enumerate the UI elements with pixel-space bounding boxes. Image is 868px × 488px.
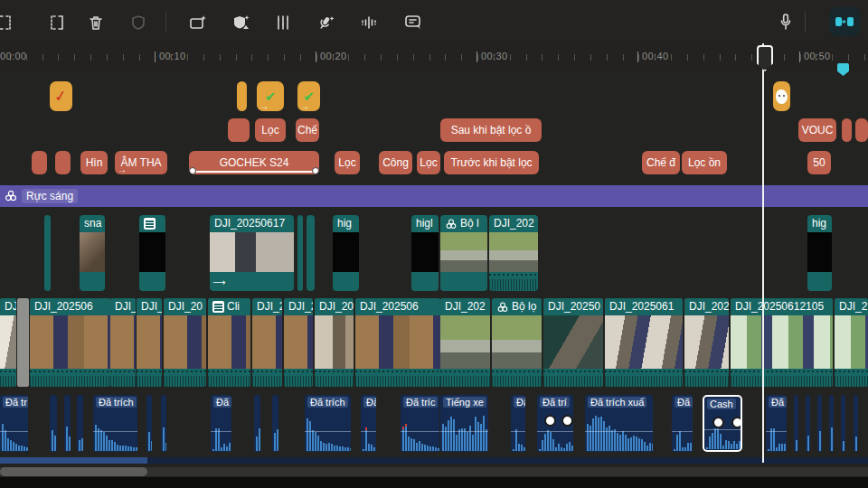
audio-clip[interactable] <box>161 395 166 452</box>
overlay-clip[interactable]: sna <box>80 215 105 291</box>
overlay-clip[interactable]: hig <box>333 215 359 291</box>
audio-clip[interactable] <box>854 395 858 452</box>
sticker-clip[interactable] <box>773 81 790 111</box>
text-clip[interactable]: Chế <box>296 118 319 142</box>
text-clip[interactable] <box>228 118 250 142</box>
audio-clip[interactable] <box>817 395 822 452</box>
video-clip[interactable]: DJI_20250 <box>543 298 603 387</box>
horizontal-scrollbar[interactable] <box>0 467 868 476</box>
audio-clip[interactable] <box>794 395 798 452</box>
video-clip[interactable]: DJI_202506 <box>30 298 110 387</box>
overlay-clip[interactable]: hig <box>807 215 832 291</box>
text-clip[interactable] <box>32 151 47 174</box>
audio-clip[interactable] <box>254 395 260 452</box>
audio-clip[interactable] <box>806 395 810 452</box>
video-clip[interactable]: DJI_ <box>110 298 136 387</box>
video-clip[interactable]: DJI_20 <box>164 298 206 387</box>
audio-clip[interactable] <box>829 395 834 452</box>
audio-clip[interactable]: Đã tr <box>0 395 28 452</box>
video-clip[interactable]: DJI_202 <box>684 298 729 387</box>
video-clip[interactable]: Bộ lọ <box>492 298 542 387</box>
audio-clip[interactable]: Cash <box>703 395 742 452</box>
audio-clip[interactable]: Đã trích <box>305 395 351 452</box>
video-clip[interactable]: DJI_2 <box>284 298 313 387</box>
keyframe-icon[interactable] <box>731 417 742 428</box>
text-clip[interactable]: ÂM THA→ <box>115 151 167 174</box>
video-clip[interactable]: DJI_2 <box>137 298 162 387</box>
scrollbar-thumb[interactable] <box>0 467 147 476</box>
text-clip[interactable]: Hìn <box>80 151 108 174</box>
text-clip[interactable]: Trước khi bật lọc <box>444 151 539 174</box>
timeline-ruler[interactable]: 00:0000:1000:2000:3000:4000:50 <box>0 43 868 72</box>
mask-icon[interactable] <box>128 13 148 33</box>
sticker-clip[interactable]: ✔→ <box>257 81 284 111</box>
trim-handle-left[interactable] <box>189 167 196 174</box>
audio-clip[interactable]: Đã <box>766 395 787 452</box>
text-clip[interactable]: VOUC <box>798 118 836 142</box>
overlay-template-icon[interactable] <box>188 13 208 33</box>
sticker-clip[interactable]: ✔→ <box>297 81 320 111</box>
text-clip[interactable]: Lọc <box>255 118 286 142</box>
audio-clip[interactable]: Đã trích xuấ <box>585 395 653 452</box>
video-clip[interactable]: DJI_20 <box>315 298 354 387</box>
video-clip[interactable]: DJ <box>0 298 16 387</box>
text-clip[interactable]: Lọc <box>335 151 360 174</box>
audio-clip[interactable] <box>50 395 57 452</box>
text-clip[interactable]: Công <box>379 151 412 174</box>
caption-icon[interactable] <box>403 13 423 33</box>
denoise-icon[interactable] <box>359 13 379 33</box>
text-clip[interactable]: GOCHEK S24 <box>189 151 319 174</box>
overlay-clip[interactable] <box>297 215 303 291</box>
effect-clip[interactable]: Rực sáng <box>0 185 868 207</box>
overlay-clip[interactable]: Bộ l <box>440 215 487 291</box>
audio-clip[interactable] <box>146 395 152 452</box>
sticker-clip[interactable]: ✓ <box>50 81 72 111</box>
overlay-clip[interactable]: DJI_20250617⟶ <box>210 215 294 291</box>
video-clip[interactable]: Cli <box>208 298 250 387</box>
overlay-clip[interactable] <box>139 215 165 291</box>
video-clip[interactable]: DJI_202 <box>440 298 490 387</box>
trim-handle-right[interactable] <box>312 167 319 174</box>
overlay-clip[interactable]: DJI_202 <box>489 215 538 291</box>
auto-reframe-button[interactable] <box>829 7 860 36</box>
text-clip[interactable]: Sau khi bật lọc ồ <box>440 118 542 142</box>
text-clip[interactable]: Lọc ồn <box>682 151 727 174</box>
audio-clip[interactable]: Tiếng xe <box>440 395 488 452</box>
smart-cutout-icon[interactable] <box>231 13 251 33</box>
audio-clip[interactable]: Đã <box>361 395 376 452</box>
video-clip[interactable]: DJI_20250612105 <box>731 298 833 387</box>
overlay-clip[interactable]: higl <box>411 215 439 291</box>
audio-clip[interactable] <box>77 395 83 452</box>
playhead-line[interactable] <box>762 43 764 463</box>
audio-clip[interactable] <box>64 395 71 452</box>
text-clip[interactable] <box>855 118 868 142</box>
adjust-icon[interactable] <box>273 13 293 33</box>
ai-voice-icon[interactable] <box>316 13 335 33</box>
split-right-icon[interactable] <box>47 13 67 33</box>
video-clip[interactable]: DJI_2025061 <box>605 298 683 387</box>
overlay-clip[interactable] <box>44 215 51 291</box>
audio-clip[interactable]: Đã trí <box>537 395 573 452</box>
video-clip[interactable]: DJI_202506 <box>355 298 440 387</box>
text-clip[interactable]: Chế đ <box>642 151 680 174</box>
overlay-clip[interactable] <box>307 215 315 291</box>
split-left-icon[interactable] <box>0 13 14 33</box>
audio-clip[interactable] <box>841 395 845 452</box>
audio-clip[interactable]: Đã tríc <box>401 395 439 452</box>
text-clip[interactable] <box>55 151 71 174</box>
timeline-marker-icon[interactable] <box>837 63 849 76</box>
keyframe-icon[interactable] <box>561 415 573 427</box>
video-clip[interactable]: DJI_2 <box>252 298 282 387</box>
text-clip[interactable] <box>842 118 852 142</box>
audio-clip[interactable]: Đã <box>672 395 693 452</box>
text-clip[interactable]: 50 <box>807 151 831 174</box>
keyframe-icon[interactable] <box>712 417 724 428</box>
delete-icon[interactable] <box>86 13 106 33</box>
microphone-icon[interactable] <box>776 13 796 33</box>
audio-clip[interactable]: Đã <box>511 395 525 452</box>
audio-clip[interactable]: Đã trích <box>93 395 137 452</box>
text-clip[interactable]: Lọc <box>417 151 440 174</box>
keyframe-icon[interactable] <box>544 415 556 427</box>
video-clip[interactable]: DJI_2 <box>835 298 868 387</box>
sticker-clip[interactable] <box>237 81 247 111</box>
